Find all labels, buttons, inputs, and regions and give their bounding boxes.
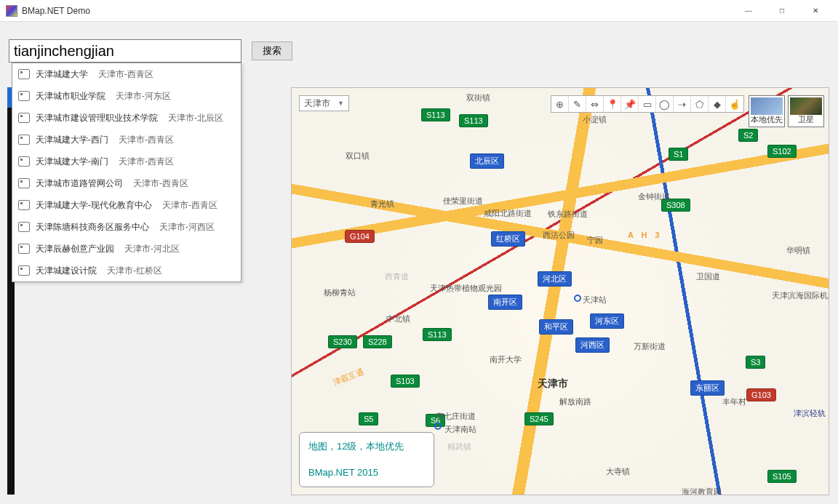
search-row: 搜索 bbox=[9, 39, 292, 63]
map-mode-local[interactable]: 本地优先 bbox=[749, 95, 785, 127]
label-ah3: A H 3 bbox=[628, 231, 663, 239]
suggest-name: 天津城市职业学院 bbox=[36, 90, 105, 103]
suggest-item[interactable]: 天津城建大学-现代化教育中心天津市-西青区 bbox=[12, 194, 241, 216]
map-mode-satellite[interactable]: 卫星 bbox=[788, 95, 824, 127]
place-qingguang: 青光镇 bbox=[370, 199, 394, 209]
titlebar: BMap.NET Demo — □ ✕ bbox=[0, 0, 838, 22]
district-hongqiao: 红桥区 bbox=[491, 231, 525, 247]
place-tianjinbinhai: 天津滨海国际机场 bbox=[772, 290, 813, 301]
place-zhongbei: 中北镇 bbox=[386, 313, 410, 324]
place-tianjinzhan: 天津站 bbox=[583, 295, 607, 305]
place-dasi: 大寺镇 bbox=[606, 466, 630, 477]
place-jingwu: 精武镇 bbox=[447, 441, 471, 452]
shield-s1: S1 bbox=[669, 148, 688, 161]
place-tiedongjie: 铁东路街道 bbox=[548, 209, 588, 220]
hand-tool[interactable]: ☝ bbox=[726, 96, 743, 112]
shield-s3: S3 bbox=[746, 356, 765, 369]
suggest-city: 天津市-西青区 bbox=[119, 156, 174, 168]
map-info-box: 地图，12级，本地优先 BMap.NET 2015 bbox=[299, 432, 434, 487]
shield-g104: G104 bbox=[345, 230, 375, 243]
shield-s2: S2 bbox=[738, 129, 758, 142]
place-tianjinredai: 天津热带植物观光园 bbox=[430, 283, 482, 294]
place-jiefangnanlu: 解放南路 bbox=[559, 396, 578, 407]
suggest-city: 天津市-北辰区 bbox=[168, 112, 223, 124]
place-shuangkou: 双口镇 bbox=[346, 151, 370, 161]
district-nankai: 南开区 bbox=[488, 295, 522, 310]
suggest-icon bbox=[18, 222, 30, 232]
chevron-down-icon: ▼ bbox=[338, 100, 344, 107]
place-xiaodian: 小淀镇 bbox=[583, 114, 607, 125]
place-yangliuqing: 杨柳青站 bbox=[324, 287, 356, 298]
place-licun: 李七庄街道 bbox=[436, 411, 476, 422]
suggest-icon bbox=[18, 178, 30, 188]
route-tool[interactable]: ⇢ bbox=[674, 96, 691, 112]
search-suggestions: 天津城建大学天津市-西青区天津城市职业学院天津市-河东区天津城市建设管理职业技术… bbox=[12, 63, 242, 282]
map-mode-satellite-thumb bbox=[790, 97, 822, 115]
place-ningyuan: 宁园 bbox=[587, 235, 603, 246]
suggest-item[interactable]: 天津城建大学-西门天津市-西青区 bbox=[12, 129, 241, 151]
minimize-button[interactable]: — bbox=[732, 0, 765, 22]
window-title: BMap.NET Demo bbox=[22, 6, 732, 16]
suggest-item[interactable]: 天津城市建设管理职业技术学院天津市-北辰区 bbox=[12, 107, 241, 129]
map-status-text: 地图，12级，本地优先 bbox=[308, 440, 425, 453]
suggest-item[interactable]: 天津城建大学-南门天津市-西青区 bbox=[12, 151, 241, 172]
city-selector-label: 天津市 bbox=[304, 97, 330, 110]
zoom-tool[interactable]: ⊕ bbox=[551, 96, 569, 112]
suggest-item[interactable]: 天津辰赫创意产业园天津市-河北区 bbox=[12, 238, 241, 260]
place-xigu: 西沽公园 bbox=[543, 230, 575, 241]
app-icon bbox=[6, 5, 17, 17]
suggest-city: 天津市-河东区 bbox=[116, 90, 171, 103]
suggest-name: 天津陈塘科技商务区服务中心 bbox=[36, 221, 149, 233]
suggest-icon bbox=[18, 200, 30, 210]
search-button[interactable]: 搜索 bbox=[252, 41, 292, 60]
place-weiguo: 卫国道 bbox=[696, 271, 720, 282]
area-tool[interactable]: ◆ bbox=[709, 96, 726, 112]
pin-tool[interactable]: 📌 bbox=[621, 96, 639, 112]
draw-tool[interactable]: ✎ bbox=[569, 96, 586, 112]
suggest-item[interactable]: 天津陈塘科技商务区服务中心天津市-河西区 bbox=[12, 216, 241, 238]
suggest-item[interactable]: 天津城建设计院天津市-红桥区 bbox=[12, 260, 241, 281]
suggest-icon bbox=[18, 69, 30, 79]
suggest-city: 天津市-西青区 bbox=[98, 68, 153, 81]
close-button[interactable]: ✕ bbox=[799, 0, 832, 22]
shield-g103: G103 bbox=[746, 388, 776, 401]
suggest-item[interactable]: 天津城市道路管网公司天津市-西青区 bbox=[12, 172, 241, 194]
shield-s230: S230 bbox=[328, 335, 357, 348]
client-area: 搜索 天津城建大学天津市-西青区天津城市职业学院天津市-河东区天津城市建设管理职… bbox=[0, 22, 838, 504]
map-copyright: BMap.NET 2015 bbox=[308, 466, 425, 479]
station-icon bbox=[434, 423, 442, 430]
place-nankaidaxue: 南开大学 bbox=[490, 354, 522, 365]
place-fengniancun: 丰年村 bbox=[722, 396, 746, 407]
search-input[interactable] bbox=[9, 39, 242, 63]
marker-tool[interactable]: 📍 bbox=[604, 96, 621, 112]
suggest-icon bbox=[18, 113, 30, 123]
suggest-name: 天津城建大学-南门 bbox=[36, 156, 108, 168]
suggest-item[interactable]: 天津城市职业学院天津市-河东区 bbox=[12, 85, 241, 107]
suggest-icon bbox=[18, 91, 30, 101]
suggest-name: 天津城市建设管理职业技术学院 bbox=[36, 112, 158, 124]
place-haihe: 海河教育园 bbox=[682, 487, 722, 495]
suggest-city: 天津市-红桥区 bbox=[107, 265, 162, 277]
suggest-icon bbox=[18, 265, 30, 276]
suggest-icon bbox=[18, 244, 30, 254]
shield-s102: S102 bbox=[767, 145, 797, 158]
station-icon bbox=[574, 295, 581, 302]
district-hedong: 河东区 bbox=[590, 313, 624, 329]
circle-tool[interactable]: ◯ bbox=[656, 96, 674, 112]
suggest-name: 天津城建大学 bbox=[36, 68, 88, 81]
map-toolbar: ⊕✎⇔📍📌▭◯⇢⬠◆☝ bbox=[551, 95, 744, 113]
ruler-tool[interactable]: ⇔ bbox=[586, 96, 604, 112]
city-selector[interactable]: 天津市 ▼ bbox=[299, 95, 349, 111]
place-wanglanzhuang: 万新街道 bbox=[634, 341, 666, 352]
district-beichen: 北辰区 bbox=[470, 153, 504, 169]
suggest-item[interactable]: 天津城建大学天津市-西青区 bbox=[12, 63, 241, 85]
rect-tool[interactable]: ▭ bbox=[639, 96, 656, 112]
place-tianjinnanzhan: 天津南站 bbox=[444, 424, 476, 435]
place-jinzhong: 金钟街道 bbox=[638, 191, 670, 202]
map-mode-local-label: 本地优先 bbox=[751, 114, 783, 125]
polygon-tool[interactable]: ⬠ bbox=[691, 96, 709, 112]
map-mode-satellite-label: 卫星 bbox=[798, 114, 814, 125]
maximize-button[interactable]: □ bbox=[765, 0, 799, 22]
map-panel[interactable]: 天津市 ▼ ⊕✎⇔📍📌▭◯⇢⬠◆☝ 本地优先 卫星 北辰区 红桥区 河北区 南开… bbox=[291, 87, 829, 495]
shield-s103: S103 bbox=[391, 375, 420, 388]
